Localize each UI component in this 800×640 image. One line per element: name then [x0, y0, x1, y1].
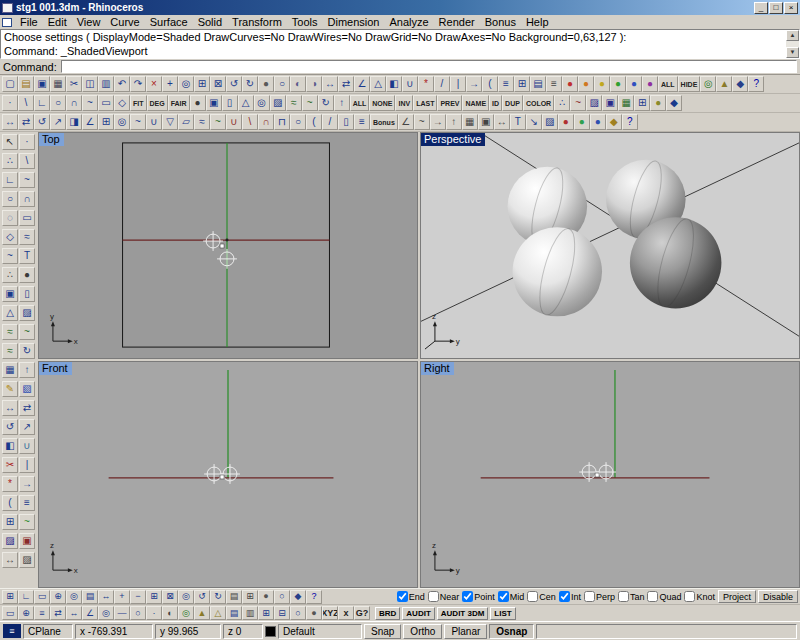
set-origin-icon[interactable]: ⊕ [18, 606, 34, 620]
copy-icon[interactable]: ⇄ [18, 114, 34, 130]
xray-viewport-icon[interactable]: ◑ [306, 76, 322, 92]
mirror-icon[interactable]: ◧ [2, 438, 18, 454]
save-icon[interactable]: ▣ [34, 76, 50, 92]
select-duplicates-chip[interactable]: DUP [502, 95, 523, 111]
arc-icon[interactable]: ∩ [66, 95, 82, 111]
dot-yellow-icon[interactable]: ● [594, 76, 610, 92]
wire-display-icon[interactable]: ○ [290, 606, 306, 620]
line-icon[interactable]: \ [18, 95, 34, 111]
select-meshes-icon[interactable]: ▦ [618, 95, 634, 111]
paint-icon[interactable]: ▧ [19, 381, 35, 397]
select-by-color-chip[interactable]: COLOR [523, 95, 554, 111]
rotate-view-icon[interactable]: ↺ [226, 76, 242, 92]
ghosted-viewport-icon[interactable]: ◐ [290, 76, 306, 92]
redo-view-icon[interactable]: ↻ [210, 590, 226, 604]
menu-solid[interactable]: Solid [193, 16, 227, 29]
curvature-icon[interactable]: ~ [414, 114, 430, 130]
join-icon[interactable]: ∪ [402, 76, 418, 92]
viewport-front-canvas[interactable]: zx [39, 362, 417, 587]
history-icon[interactable]: ◎ [66, 590, 82, 604]
select-none-chip[interactable]: NONE [369, 95, 395, 111]
sphere-icon[interactable]: ● [19, 267, 35, 283]
osnap-checkbox-quad[interactable]: Quad [647, 591, 681, 602]
dot-blue-icon[interactable]: ● [626, 76, 642, 92]
viewport-perspective[interactable]: zyx Perspective [420, 132, 800, 359]
orient-icon[interactable]: ∠ [82, 114, 98, 130]
pointer-icon[interactable]: ↖ [2, 134, 18, 150]
mirror-icon[interactable]: ◧ [386, 76, 402, 92]
close-button[interactable]: × [784, 2, 798, 14]
new-file-icon[interactable]: ▢ [2, 76, 18, 92]
status-toggle-ortho[interactable]: Ortho [403, 624, 442, 639]
osnap-checkbox-input-cen[interactable] [527, 591, 538, 602]
zoom-window-icon[interactable]: ⊞ [146, 590, 162, 604]
redo-icon[interactable]: ↷ [130, 76, 146, 92]
offset-icon[interactable]: ≡ [498, 76, 514, 92]
circle-icon[interactable]: ○ [50, 95, 66, 111]
direction-icon[interactable]: → [430, 114, 446, 130]
viewport-label-perspective[interactable]: Perspective [421, 133, 485, 146]
delete-icon[interactable]: × [146, 76, 162, 92]
patch-icon[interactable]: ▦ [2, 362, 18, 378]
line-icon[interactable]: \ [19, 153, 35, 169]
print-icon[interactable]: ▦ [50, 76, 66, 92]
named-view-icon[interactable]: ▤ [226, 590, 242, 604]
undo-view-icon[interactable]: ↺ [194, 590, 210, 604]
dot-red-icon[interactable]: ● [562, 76, 578, 92]
points-icon[interactable]: ∴ [2, 153, 18, 169]
cap-holes-icon[interactable]: ⊓ [274, 114, 290, 130]
point-icon[interactable]: · [2, 95, 18, 111]
help-icon[interactable]: ? [748, 76, 764, 92]
viewport-top-canvas[interactable]: yx [39, 133, 417, 358]
zoom-selected-icon[interactable]: ◎ [178, 590, 194, 604]
analyze-angle-icon[interactable]: ∠ [398, 114, 414, 130]
extrude-icon[interactable]: ↑ [334, 95, 350, 111]
paste-icon[interactable]: ▥ [98, 76, 114, 92]
split-icon[interactable]: | [450, 76, 466, 92]
select-all-chip[interactable]: ALL [350, 95, 370, 111]
smooth-icon[interactable]: ~ [210, 114, 226, 130]
explode-icon[interactable]: * [2, 476, 18, 492]
pan-icon[interactable]: ↔ [98, 590, 114, 604]
distribute-icon[interactable]: ⇄ [50, 606, 66, 620]
viewport-right[interactable]: zy Right [420, 361, 800, 588]
text-object-icon[interactable]: T [19, 248, 35, 264]
bend-icon[interactable]: ∪ [146, 114, 162, 130]
select-curves-icon[interactable]: ~ [570, 95, 586, 111]
fair-curve-chip[interactable]: FAIR [168, 95, 190, 111]
menu-edit[interactable]: Edit [43, 16, 72, 29]
viewport-front[interactable]: zx Front [38, 361, 418, 588]
brd-button[interactable]: BRD [375, 607, 400, 620]
polygon-icon[interactable]: ◇ [114, 95, 130, 111]
revolve-icon[interactable]: ↻ [19, 343, 35, 359]
render-icon[interactable]: ◆ [732, 76, 748, 92]
pencil-icon[interactable]: ✎ [2, 381, 18, 397]
zoom-out-icon[interactable]: − [130, 590, 146, 604]
loft-icon[interactable]: ≈ [286, 95, 302, 111]
curve-icon[interactable]: ~ [82, 95, 98, 111]
zoom-all-chip[interactable]: ALL [658, 76, 678, 92]
box-icon[interactable]: ▣ [2, 286, 18, 302]
boolean-union-icon[interactable]: ∪ [226, 114, 242, 130]
measure-icon[interactable]: ↔ [66, 606, 82, 620]
array-rect-icon[interactable]: ⊞ [98, 114, 114, 130]
osnap-project-button[interactable]: Project [718, 590, 756, 603]
hatch-icon[interactable]: ▨ [542, 114, 558, 130]
menu-view[interactable]: View [72, 16, 106, 29]
shear-icon[interactable]: ▱ [178, 114, 194, 130]
chamfer-icon[interactable]: / [322, 114, 338, 130]
open-file-icon[interactable]: ▤ [18, 76, 34, 92]
select-blocks-icon[interactable]: ◆ [666, 95, 682, 111]
array-polar-icon[interactable]: ◎ [114, 114, 130, 130]
angle-icon[interactable]: ∠ [82, 606, 98, 620]
select-invert-chip[interactable]: INV [395, 95, 413, 111]
array-icon[interactable]: ⊞ [2, 514, 18, 530]
explode-icon[interactable]: * [418, 76, 434, 92]
filter-icon[interactable]: ▤ [82, 590, 98, 604]
torus-icon[interactable]: ◎ [254, 95, 270, 111]
menu-render[interactable]: Render [434, 16, 480, 29]
shade-toggle-icon[interactable]: ● [258, 590, 274, 604]
trim-icon[interactable]: ✂ [2, 457, 18, 473]
command-history[interactable]: Choose settings ( DisplayMode=Shaded Dra… [0, 29, 800, 59]
dimension-icon[interactable]: ↔ [494, 114, 510, 130]
